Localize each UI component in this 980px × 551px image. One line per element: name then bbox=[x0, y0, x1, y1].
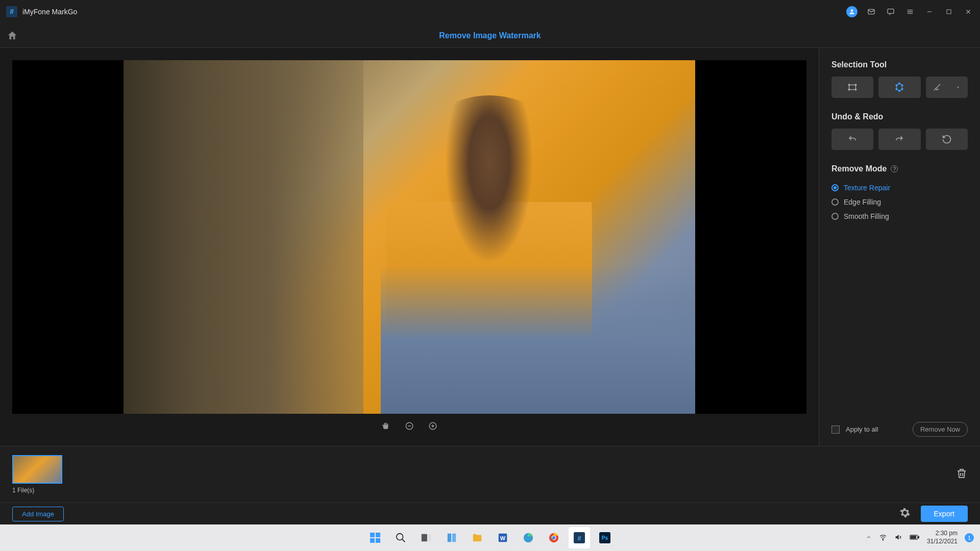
wifi-icon[interactable] bbox=[879, 533, 887, 543]
radio-icon bbox=[831, 213, 839, 220]
svg-rect-2 bbox=[888, 9, 894, 14]
word-icon[interactable]: W bbox=[492, 527, 513, 548]
mode-texture-repair[interactable]: Texture Repair bbox=[831, 181, 968, 195]
canvas-area bbox=[0, 48, 819, 446]
minimize-icon[interactable] bbox=[924, 6, 935, 17]
titlebar: // iMyFone MarkGo bbox=[0, 0, 980, 23]
edge-icon[interactable] bbox=[518, 527, 539, 548]
thumbnail[interactable] bbox=[12, 455, 62, 484]
mode-edge-filling[interactable]: Edge Filling bbox=[831, 195, 968, 209]
pan-icon[interactable] bbox=[380, 420, 391, 432]
svg-rect-39 bbox=[911, 536, 916, 538]
svg-point-11 bbox=[896, 85, 898, 86]
titlebar-left: // iMyFone MarkGo bbox=[6, 6, 77, 17]
svg-point-15 bbox=[899, 90, 900, 92]
svg-point-13 bbox=[902, 85, 903, 86]
markgo-taskbar-icon[interactable]: // bbox=[569, 527, 590, 548]
svg-rect-23 bbox=[428, 534, 431, 542]
clock[interactable]: 2:30 pm31/12/2021 bbox=[927, 530, 958, 545]
redo-button[interactable] bbox=[878, 129, 920, 150]
svg-text:Ps: Ps bbox=[602, 535, 608, 541]
help-icon[interactable]: ? bbox=[891, 165, 898, 172]
battery-icon[interactable] bbox=[910, 534, 920, 542]
svg-text:W: W bbox=[500, 535, 506, 541]
radio-icon bbox=[831, 184, 839, 191]
svg-rect-6 bbox=[849, 85, 856, 89]
radio-icon bbox=[831, 198, 839, 206]
right-panel: Selection Tool Undo & Redo Remove Mode? … bbox=[819, 48, 980, 446]
page-title: Remove Image Watermark bbox=[439, 31, 541, 40]
brush-tool[interactable] bbox=[926, 77, 968, 98]
user-icon[interactable] bbox=[846, 6, 857, 17]
image-viewport[interactable] bbox=[12, 60, 806, 414]
svg-rect-20 bbox=[376, 538, 380, 543]
undo-tools bbox=[831, 129, 968, 150]
zoom-in-icon[interactable] bbox=[427, 420, 438, 432]
app-logo: // bbox=[6, 6, 17, 17]
action-row: Add Image Export bbox=[0, 503, 980, 524]
home-button[interactable] bbox=[0, 23, 24, 48]
taskview-icon[interactable] bbox=[415, 527, 437, 548]
canvas-controls bbox=[12, 418, 806, 434]
selection-title: Selection Tool bbox=[831, 60, 968, 69]
lasso-tool[interactable] bbox=[878, 77, 920, 98]
remove-mode-title: Remove Mode? bbox=[831, 164, 968, 173]
photoshop-icon[interactable]: Ps bbox=[594, 527, 616, 548]
undo-title: Undo & Redo bbox=[831, 112, 968, 121]
mode-smooth-filling[interactable]: Smooth Filling bbox=[831, 209, 968, 223]
chat-icon[interactable] bbox=[885, 6, 896, 17]
apply-all-checkbox[interactable] bbox=[831, 425, 840, 434]
svg-rect-3 bbox=[947, 10, 951, 14]
app-title: iMyFone MarkGo bbox=[22, 8, 77, 16]
svg-rect-19 bbox=[370, 538, 375, 543]
svg-point-7 bbox=[848, 84, 850, 86]
maximize-icon[interactable] bbox=[943, 6, 954, 17]
main-layout: Selection Tool Undo & Redo Remove Mode? … bbox=[0, 48, 980, 446]
delete-icon[interactable] bbox=[955, 467, 968, 482]
svg-point-14 bbox=[902, 88, 903, 90]
filmstrip: 1 File(s) bbox=[0, 446, 980, 503]
svg-point-8 bbox=[855, 84, 856, 86]
chrome-icon[interactable] bbox=[543, 527, 565, 548]
header-row: Remove Image Watermark bbox=[0, 23, 980, 48]
svg-rect-25 bbox=[452, 534, 456, 542]
svg-point-16 bbox=[896, 88, 898, 90]
settings-icon[interactable] bbox=[899, 507, 911, 520]
svg-point-12 bbox=[899, 83, 900, 84]
remove-now-button[interactable]: Remove Now bbox=[913, 422, 968, 437]
widgets-icon[interactable] bbox=[441, 527, 462, 548]
system-tray: 2:30 pm31/12/2021 1 bbox=[866, 530, 974, 545]
undo-button[interactable] bbox=[831, 129, 873, 150]
svg-point-10 bbox=[855, 89, 856, 90]
menu-icon[interactable] bbox=[904, 6, 916, 17]
svg-point-36 bbox=[883, 539, 883, 540]
close-icon[interactable] bbox=[963, 6, 974, 17]
reset-button[interactable] bbox=[926, 129, 968, 150]
svg-rect-22 bbox=[422, 534, 427, 542]
explorer-icon[interactable] bbox=[467, 527, 488, 548]
svg-rect-18 bbox=[376, 533, 380, 537]
svg-text://: // bbox=[578, 535, 581, 541]
svg-rect-17 bbox=[370, 533, 375, 537]
selection-tools bbox=[831, 77, 968, 98]
taskbar: W // Ps 2:30 pm31/12/2021 1 bbox=[0, 524, 980, 551]
start-icon[interactable] bbox=[364, 527, 386, 548]
svg-rect-24 bbox=[448, 534, 451, 542]
zoom-out-icon[interactable] bbox=[404, 420, 415, 432]
thumb-wrap: 1 File(s) bbox=[12, 455, 62, 494]
marquee-tool[interactable] bbox=[831, 77, 873, 98]
volume-icon[interactable] bbox=[894, 533, 902, 543]
add-image-button[interactable]: Add Image bbox=[12, 507, 64, 521]
search-icon[interactable] bbox=[390, 527, 411, 548]
notification-badge[interactable]: 1 bbox=[965, 533, 974, 542]
export-button[interactable]: Export bbox=[921, 506, 968, 522]
mail-icon[interactable] bbox=[866, 6, 877, 17]
file-count: 1 File(s) bbox=[12, 487, 62, 494]
svg-rect-38 bbox=[918, 536, 919, 538]
apply-all-label: Apply to all bbox=[846, 425, 906, 433]
svg-point-21 bbox=[397, 534, 403, 540]
svg-point-0 bbox=[851, 9, 853, 12]
svg-point-9 bbox=[848, 89, 850, 90]
panel-footer: Apply to all Remove Now bbox=[831, 422, 968, 437]
tray-chevron-icon[interactable] bbox=[866, 534, 872, 542]
